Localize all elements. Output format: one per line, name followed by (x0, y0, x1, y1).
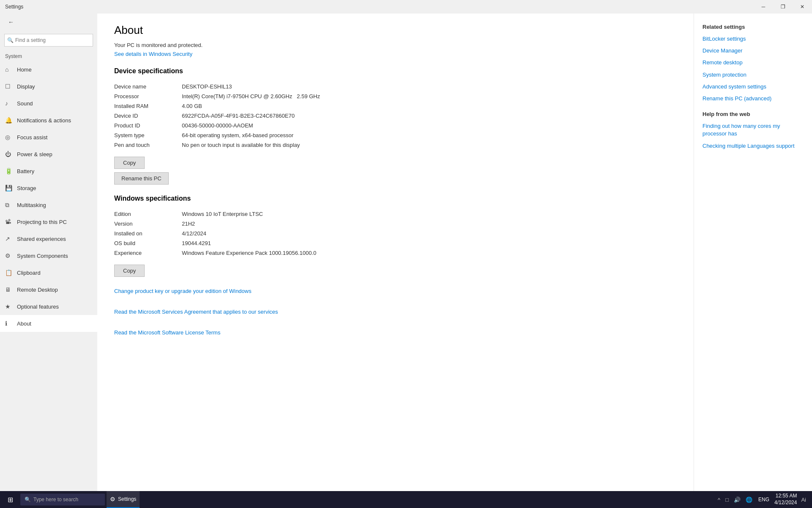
power-icon: ⏻ (5, 151, 14, 157)
back-button[interactable]: ← (5, 16, 17, 28)
spec-label-device-name: Device name (114, 83, 182, 90)
settings-app-icon: ⚙ (110, 496, 115, 502)
spec-value-version: 21H2 (182, 221, 677, 227)
spec-value-product-id: 00436-50000-00000-AAOEM (182, 122, 677, 129)
titlebar: Settings ─ ❐ ✕ (0, 0, 812, 14)
sidebar-item-label: Power & sleep (17, 151, 52, 157)
sidebar-item-projecting[interactable]: 📽 Projecting to this PC (0, 213, 97, 230)
sidebar-item-label: Remote Desktop (17, 287, 58, 293)
sidebar-item-power[interactable]: ⏻ Power & sleep (0, 146, 97, 163)
sidebar-item-label: About (17, 320, 31, 327)
change-product-key-link[interactable]: Change product key or upgrade your editi… (114, 288, 251, 294)
settings-app-label: Settings (118, 496, 136, 502)
sidebar-item-label: Storage (17, 185, 36, 191)
spec-value-experience: Windows Feature Experience Pack 1000.190… (182, 250, 677, 256)
shared-icon: ↗ (5, 235, 14, 242)
taskbar-search-text: Type here to search (33, 497, 78, 502)
taskbar-time[interactable]: 12:55 AM 4/12/2024 (774, 493, 797, 506)
license-link[interactable]: Read the Microsoft Software License Term… (114, 329, 220, 336)
app-container: ← 🔍 System ⌂ Home ☐ Display ♪ Sound 🔔 No… (0, 14, 812, 491)
system-protection-link[interactable]: System protection (702, 71, 804, 79)
sidebar-item-focus[interactable]: ◎ Focus assist (0, 129, 97, 146)
maximize-button[interactable]: ❐ (773, 0, 793, 14)
clock-date: 4/12/2024 (774, 500, 797, 506)
search-box[interactable]: 🔍 (4, 34, 93, 47)
sidebar-item-label: Battery (17, 168, 34, 174)
sidebar-item-multitasking[interactable]: ⧉ Multitasking (0, 196, 97, 213)
sidebar: ← 🔍 System ⌂ Home ☐ Display ♪ Sound 🔔 No… (0, 14, 97, 491)
sidebar-item-label: System Components (17, 253, 68, 259)
cores-help-link[interactable]: Finding out how many cores my processor … (702, 122, 804, 138)
system-header: System (0, 50, 97, 61)
sidebar-item-clipboard[interactable]: 📋 Clipboard (0, 264, 97, 281)
sidebar-item-battery[interactable]: 🔋 Battery (0, 163, 97, 179)
sound-icon: ♪ (5, 100, 14, 107)
help-from-web-title: Help from the web (702, 111, 804, 117)
sidebar-item-label: Optional features (17, 304, 59, 310)
sidebar-item-storage[interactable]: 💾 Storage (0, 179, 97, 196)
sidebar-item-label: Focus assist (17, 134, 47, 141)
taskbar-search-box[interactable]: 🔍 Type here to search (20, 494, 105, 505)
close-button[interactable]: ✕ (793, 0, 812, 14)
spec-label-system-type: System type (114, 132, 182, 138)
minimize-button[interactable]: ─ (754, 0, 773, 14)
spec-label-os-build: OS build (114, 240, 182, 246)
clock-time: 12:55 AM (776, 493, 797, 500)
sidebar-item-home[interactable]: ⌂ Home (0, 61, 97, 78)
projecting-icon: 📽 (5, 218, 14, 225)
spec-value-edition: Windows 10 IoT Enterprise LTSC (182, 211, 677, 217)
spec-value-ram: 4.00 GB (182, 103, 677, 109)
language-indicator[interactable]: ENG (757, 496, 771, 503)
home-icon: ⌂ (5, 66, 14, 73)
display-icon: ☐ (5, 83, 14, 90)
focus-icon: ◎ (5, 134, 14, 141)
sidebar-item-shared[interactable]: ↗ Shared experiences (0, 230, 97, 247)
sidebar-item-notifications[interactable]: 🔔 Notifications & actions (0, 112, 97, 129)
spec-label-experience: Experience (114, 250, 182, 256)
languages-help-link[interactable]: Checking multiple Languages support (702, 142, 804, 150)
sidebar-item-label: Sound (17, 100, 33, 107)
spec-row-os-build: OS build 19044.4291 (114, 238, 677, 248)
sidebar-item-label: Home (17, 66, 32, 73)
sidebar-item-sound[interactable]: ♪ Sound (0, 95, 97, 112)
msa-link[interactable]: Read the Microsoft Services Agreement th… (114, 309, 278, 315)
notifications-icon: 🔔 (5, 117, 14, 124)
copy-button-windows[interactable]: Copy (114, 265, 145, 277)
device-manager-link[interactable]: Device Manager (702, 47, 804, 55)
titlebar-controls: ─ ❐ ✕ (754, 0, 812, 14)
sidebar-item-systemcomp[interactable]: ⚙ System Components (0, 247, 97, 264)
copy-button-device[interactable]: Copy (114, 157, 145, 169)
taskbar-search-icon: 🔍 (25, 497, 31, 502)
spec-value-processor: Intel(R) Core(TM) i7-9750H CPU @ 2.60GHz… (182, 93, 677, 99)
sidebar-item-display[interactable]: ☐ Display (0, 78, 97, 95)
sidebar-item-label: Shared experiences (17, 236, 66, 242)
start-button[interactable]: ⊞ (2, 491, 19, 508)
search-input[interactable] (15, 37, 90, 43)
page-title: About (114, 24, 677, 37)
taskbar-right: ^ □ 🔊 🌐 ENG 12:55 AM 4/12/2024 Ai (717, 493, 810, 506)
spec-row-experience: Experience Windows Feature Experience Pa… (114, 248, 677, 258)
spec-label-ram: Installed RAM (114, 103, 182, 109)
spec-row-pen-touch: Pen and touch No pen or touch input is a… (114, 140, 677, 150)
remote-desktop-link[interactable]: Remote desktop (702, 59, 804, 66)
multitasking-icon: ⧉ (5, 202, 14, 209)
sidebar-item-label: Notifications & actions (17, 117, 71, 124)
advanced-system-link[interactable]: Advanced system settings (702, 83, 804, 91)
network-icon[interactable]: 🌐 (745, 496, 753, 504)
sidebar-item-remote[interactable]: 🖥 Remote Desktop (0, 281, 97, 298)
spec-label-device-id: Device ID (114, 113, 182, 119)
device-spec-table: Device name DESKTOP-ESHIL13 Processor In… (114, 82, 677, 150)
volume-icon[interactable]: 🔊 (733, 496, 741, 504)
action-center-icon[interactable]: □ (724, 496, 730, 504)
bitlocker-link[interactable]: BitLocker settings (702, 35, 804, 43)
sidebar-item-about[interactable]: ℹ About (0, 315, 97, 332)
optional-icon: ★ (5, 303, 14, 310)
rename-pc-advanced-link[interactable]: Rename this PC (advanced) (702, 95, 804, 102)
notification-chevron-icon[interactable]: ^ (717, 496, 721, 504)
ai-button[interactable]: Ai (800, 496, 807, 504)
systemcomp-icon: ⚙ (5, 252, 14, 259)
taskbar-settings-app[interactable]: ⚙ Settings (107, 491, 140, 508)
sidebar-item-optional[interactable]: ★ Optional features (0, 298, 97, 315)
rename-pc-button[interactable]: Rename this PC (114, 172, 169, 185)
security-link[interactable]: See details in Windows Security (114, 51, 192, 57)
